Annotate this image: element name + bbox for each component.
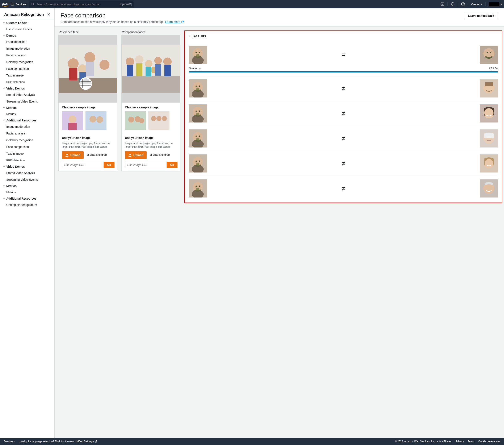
footer-feedback[interactable]: Feedback xyxy=(4,440,15,443)
search-box[interactable]: [Option+S] xyxy=(29,1,134,7)
chevron-down-icon: ▼ xyxy=(3,198,5,200)
svg-point-50 xyxy=(139,118,144,123)
svg-point-37 xyxy=(135,55,144,64)
nav-heading[interactable]: ▼Additional Resources xyxy=(0,117,54,123)
nav-item[interactable]: PPE detection xyxy=(0,157,54,164)
svg-point-103 xyxy=(196,185,197,187)
svg-point-60 xyxy=(196,54,199,56)
nav-item[interactable]: Celebrity recognition xyxy=(0,137,54,144)
nav-heading[interactable]: ▼Additional Resources xyxy=(0,196,54,202)
nav-heading[interactable]: ▼Video Demos xyxy=(0,164,54,169)
page-description: Compare faces to see how closely they ma… xyxy=(60,20,184,23)
upload-button[interactable]: Upload xyxy=(62,151,84,159)
svg-rect-46 xyxy=(164,65,171,76)
account-menu[interactable]: ▾ xyxy=(489,2,502,6)
unified-settings-link[interactable]: Unified Settings xyxy=(75,440,97,443)
nav-item[interactable]: Streaming Video Events xyxy=(0,176,54,183)
aws-logo-text: aws xyxy=(2,2,8,5)
close-icon[interactable]: ✕ xyxy=(47,12,50,17)
svg-point-58 xyxy=(196,52,197,53)
similarity-value: 99.9 % xyxy=(489,67,498,70)
reference-image xyxy=(59,35,117,103)
services-menu[interactable]: Services xyxy=(11,3,26,6)
result-source-face xyxy=(189,154,207,172)
leave-feedback-button[interactable]: Leave us feedback xyxy=(464,12,498,19)
learn-more-link[interactable]: Learn more xyxy=(165,20,184,23)
nav-heading[interactable]: ▼Video Demos xyxy=(0,86,54,92)
chevron-down-icon: ▼ xyxy=(3,119,5,122)
image-url-input[interactable] xyxy=(62,162,104,168)
svg-rect-45 xyxy=(155,64,161,76)
notifications-icon[interactable] xyxy=(451,2,455,6)
svg-point-52 xyxy=(151,116,156,121)
nav-item[interactable]: Image moderation xyxy=(0,123,54,130)
svg-rect-23 xyxy=(69,68,77,80)
nav-item[interactable]: Text in image xyxy=(0,150,54,157)
svg-point-99 xyxy=(485,159,493,167)
footer-link-cookies[interactable]: Cookie preferences xyxy=(478,440,500,443)
image-url-input[interactable] xyxy=(125,162,167,168)
svg-rect-31 xyxy=(86,111,107,130)
nav-heading[interactable]: ▼Metrics xyxy=(0,105,54,111)
not-equals-icon: ≠ xyxy=(342,110,345,117)
region-selector[interactable]: Oregon ▾ xyxy=(471,3,483,6)
svg-point-69 xyxy=(199,86,200,87)
go-button[interactable]: Go xyxy=(167,162,178,168)
nav-item[interactable]: Facial analysis xyxy=(0,130,54,137)
svg-point-64 xyxy=(490,52,491,53)
nav-item[interactable]: Facial analysis xyxy=(0,52,54,59)
aws-logo[interactable]: aws xyxy=(2,2,8,7)
nav-item[interactable]: Stored Video Analysis xyxy=(0,92,54,98)
own-image-hint: Image must be .jpeg or .png format and n… xyxy=(62,142,114,149)
footer: Feedback Looking for language selection?… xyxy=(0,438,504,445)
nav-item[interactable]: Getting started guide xyxy=(0,202,54,208)
svg-rect-42 xyxy=(127,65,133,76)
search-icon xyxy=(31,3,34,6)
nav-heading[interactable]: ▼Metrics xyxy=(0,183,54,189)
go-button[interactable]: Go xyxy=(104,162,114,168)
result-source-face xyxy=(189,79,207,97)
sample-image-2[interactable] xyxy=(148,111,169,130)
nav-item[interactable]: Stored Video Analysis xyxy=(0,169,54,176)
footer-link-privacy[interactable]: Privacy xyxy=(456,440,464,443)
nav-item[interactable]: Image moderation xyxy=(0,45,54,52)
nav-item[interactable]: Face comparison xyxy=(0,65,54,72)
footer-link-terms[interactable]: Terms xyxy=(468,440,475,443)
nav-item[interactable]: Metrics xyxy=(0,111,54,117)
sample-image-1[interactable] xyxy=(125,111,146,130)
nav-heading[interactable]: ▼Demos xyxy=(0,33,54,38)
reference-panel: Reference face Choose a sample image Use… xyxy=(58,31,117,434)
nav-item[interactable]: Metrics xyxy=(0,189,54,196)
sample-heading: Choose a sample image xyxy=(125,106,177,109)
nav-item[interactable]: PPE detection xyxy=(0,79,54,86)
footer-lang-hint: Looking for language selection? Find it … xyxy=(19,440,97,443)
sample-image-2[interactable] xyxy=(86,111,107,130)
results-header[interactable]: ▼ Results xyxy=(189,34,498,38)
nav-item[interactable]: Label detection xyxy=(0,38,54,45)
not-equals-icon: ≠ xyxy=(342,85,345,92)
cloudshell-icon[interactable] xyxy=(440,2,445,6)
svg-rect-6 xyxy=(11,5,12,5)
nav-item[interactable]: Use Custom Labels xyxy=(0,26,54,33)
help-icon[interactable]: ? xyxy=(461,2,465,6)
search-input[interactable] xyxy=(36,3,118,6)
result-item: ≠ xyxy=(189,151,498,176)
search-shortcut: [Option+S] xyxy=(120,3,132,6)
svg-rect-1 xyxy=(12,3,13,3)
result-source-face xyxy=(189,179,207,198)
nav-item[interactable]: Face comparison xyxy=(0,144,54,150)
nav-item[interactable]: Text in image xyxy=(0,72,54,79)
svg-point-79 xyxy=(196,113,199,115)
nav-item[interactable]: Streaming Video Events xyxy=(0,98,54,105)
nav-item[interactable]: Celebrity recognition xyxy=(0,59,54,65)
nav-heading[interactable]: ▼Custom Labels xyxy=(0,20,54,26)
main-content: Face comparison Compare faces to see how… xyxy=(54,8,504,438)
upload-button[interactable]: Upload xyxy=(125,151,146,159)
comparison-image xyxy=(122,35,180,103)
svg-point-95 xyxy=(199,161,200,162)
page-header: Face comparison Compare faces to see how… xyxy=(54,8,504,27)
results-panel: ▼ Results =Similarity99.9 %≠≠≠≠≠ xyxy=(184,31,502,434)
sample-image-1[interactable] xyxy=(62,111,83,130)
svg-point-20 xyxy=(84,52,95,63)
svg-point-29 xyxy=(69,115,76,123)
